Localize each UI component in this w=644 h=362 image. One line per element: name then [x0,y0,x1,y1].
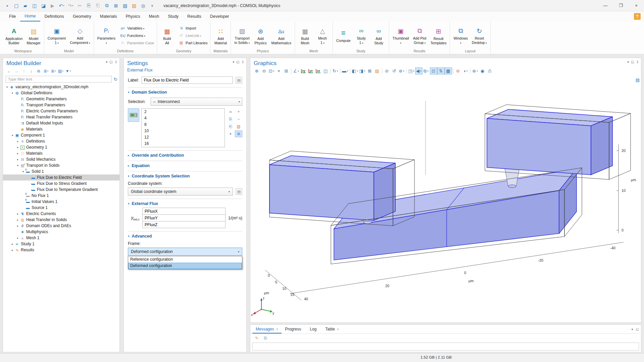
delete-button[interactable]: ⊠ [111,1,120,10]
deselect-box-button[interactable]: ▨ [235,123,242,130]
result-templates-button[interactable]: ⊞ Result Templates [429,25,449,45]
build-all-button[interactable]: ▦ Build All [158,25,176,45]
tree-expander-icon[interactable] [16,212,20,215]
help-button[interactable]: ? [634,13,641,20]
minimize-button[interactable]: — [598,0,613,11]
menu-tab[interactable]: Definitions [40,11,68,21]
select-box-button[interactable]: ⊠ [366,67,374,74]
pin-icon[interactable]: ↧ [115,60,117,64]
tree-expander-icon[interactable] [16,146,20,149]
zoom-to-selection-button[interactable]: ⊞ [283,67,290,74]
tree-item[interactable]: Transport in Solids [3,162,119,168]
save-as-button[interactable]: ◪ [39,1,48,10]
menu-tab[interactable]: Physics [121,11,144,21]
zoom-in-button[interactable]: ⊕ [253,67,260,74]
go-to-default-view-button[interactable]: ∠ [292,67,300,74]
environment-reflections-button[interactable]: ⊛ [472,67,479,74]
tree-expander-icon[interactable] [10,249,14,252]
snapshot-button[interactable]: ◉ [479,67,486,74]
tab-close-icon[interactable]: × [337,327,339,331]
menu-tab[interactable]: Mesh [145,11,164,21]
selection-mode-button[interactable]: ◧ [351,67,359,74]
tree-item[interactable]: Flux Due to Stress Gradient [3,180,119,187]
tree-expander-icon[interactable] [16,152,20,155]
sound-button[interactable]: ◀ [415,67,423,74]
build-mesh-button[interactable]: ▦ Build Mesh [296,25,314,45]
forward-button[interactable]: → [13,68,20,74]
undo-button[interactable]: ↶ [57,1,66,10]
panel-menu-icon[interactable]: ▾ [632,327,633,331]
paste-button[interactable]: ⎗ [93,1,102,10]
tree-item[interactable]: Component 1 [3,132,119,138]
tree-item[interactable]: Electric Currents [3,211,119,217]
move-down-button[interactable]: ↓ [28,68,35,74]
paste-selection-button[interactable]: ⎗ [227,123,234,130]
import-button[interactable]: ⇲ Import [177,24,209,32]
tree-item[interactable]: Definitions [3,138,119,144]
tree-expander-icon[interactable] [10,134,14,137]
tree-expander-icon[interactable] [10,92,14,95]
clear-log-button[interactable]: ✎ [253,335,260,342]
tab-close-icon[interactable]: × [276,327,278,331]
tree-item[interactable]: Heat Transfer Parameters [3,114,119,120]
add-material-button[interactable]: ∷ Add Material [212,25,229,45]
tree-item[interactable]: Solid 1 [3,168,119,174]
show-grid-button[interactable]: ▦ [445,67,452,74]
tree-item[interactable]: Electric Currents Parameters [3,108,119,114]
bottom-tab[interactable]: Log [306,325,322,333]
show-button[interactable]: ⊚ [35,68,42,74]
domain-list-item[interactable]: 8 [142,121,225,128]
functions-button[interactable]: f(x) Functions [118,32,155,39]
domain-box-left[interactable] [269,156,395,220]
tree-item[interactable]: Flux Due to Electric Field [3,174,119,180]
float-icon[interactable]: ◱ [109,60,112,64]
zoom-to-selection-button[interactable]: ⌖ [227,131,234,137]
adjacent-selection-button[interactable]: ◨ [359,67,366,74]
tree-expander-icon[interactable] [16,224,20,227]
component-1-button[interactable]: ▣ Component 1 [46,25,68,46]
flux-component-input[interactable] [142,214,226,221]
section-equation[interactable]: Equation [128,163,242,168]
model-manager-button[interactable]: ▤ Model Manager [24,25,42,45]
copy-selection-button[interactable]: ⎘ [227,116,234,122]
mesh-1-button[interactable]: △ Mesh 1 [314,25,331,46]
domain-list-item[interactable]: 4 [142,115,225,121]
add-plot-group-button[interactable]: ⧉ Add Plot Group [411,25,429,46]
collapse-all-button[interactable]: ≣ [50,68,57,74]
save-button[interactable]: ◫ [30,1,39,10]
menu-tab[interactable]: File [5,11,20,21]
filter-refresh-icon[interactable]: ↻ [114,77,117,82]
tree-item[interactable]: Study 1 [3,241,119,247]
tree-item[interactable]: Results [3,247,119,253]
label-input[interactable] [142,76,233,84]
maximize-button[interactable]: ❐ [613,0,629,11]
clear-selection-button[interactable]: ▨ [130,1,139,10]
new-file-button[interactable]: ▢ [12,1,21,10]
active-toggle[interactable] [128,108,139,122]
pin-icon[interactable]: ↧ [636,60,639,64]
menu-tab[interactable]: Home [20,11,40,21]
panel-menu-icon[interactable]: ▾ [106,60,107,64]
domain-list-item[interactable]: 16 [142,141,225,147]
domain-list-item[interactable]: 12 [142,134,225,141]
frame-select[interactable]: Deformed configuration ▾ [128,248,242,256]
zoom-out-button[interactable]: ⊖ [260,67,268,74]
select-domains-button[interactable]: ▬ [341,67,349,74]
float-icon[interactable]: ◱ [636,327,639,331]
bottom-tab[interactable]: Table × [322,325,342,333]
section-advanced[interactable]: Advanced [128,234,242,239]
livelink-button[interactable]: ⇄ LiveLink [177,32,209,39]
add-physics-button[interactable]: ⊛ Add Physics [252,25,269,45]
tree-item[interactable]: Initial Values 1 [3,199,119,205]
section-override-contribution[interactable]: Override and Contribution [128,153,242,158]
rotate-button[interactable]: ↻ [332,67,339,74]
select-box-button[interactable]: ▧ [120,1,130,10]
tree-item[interactable]: Heat Transfer in Solids [3,217,119,223]
flux-component-input[interactable] [142,208,226,215]
tree-item[interactable]: Geometry 1 [3,144,119,150]
print-button[interactable]: ⎙ [486,67,494,74]
menu-tab[interactable]: Materials [96,11,121,21]
back-button[interactable]: ← [6,68,12,74]
tree-expander-icon[interactable] [5,86,9,89]
plot-settings-icon[interactable]: ▤ [636,77,640,83]
